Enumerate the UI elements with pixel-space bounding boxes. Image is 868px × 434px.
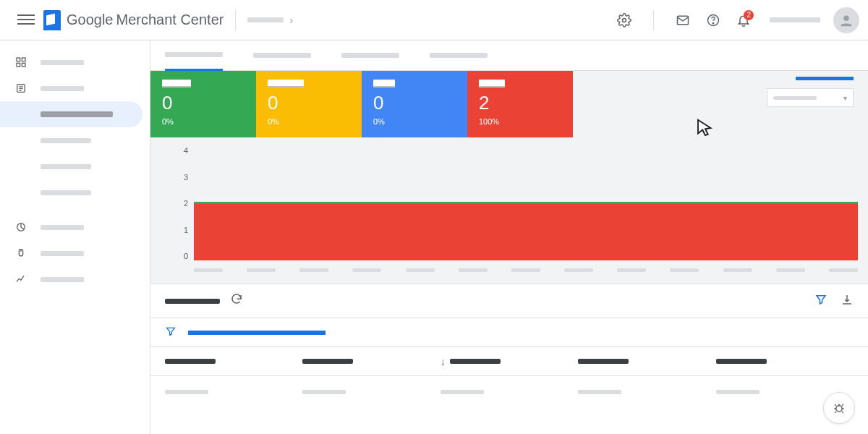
app-title[interactable]: Google Merchant Center [67, 12, 224, 28]
sidebar-item-diagnostics[interactable] [0, 101, 142, 127]
feedback-button[interactable] [823, 392, 855, 424]
card-percent: 0% [268, 117, 350, 126]
status-cards: 0 0% 0 0% 0 0% 2 100% [150, 71, 868, 137]
card-value: 0 [268, 92, 350, 114]
x-tick [299, 268, 328, 272]
card-percent: 0% [373, 117, 456, 126]
tab-4[interactable] [430, 41, 488, 71]
toolbar-title [165, 299, 220, 304]
download-icon [841, 293, 854, 306]
table-header: ↓ [150, 347, 868, 376]
filter-chip [188, 331, 326, 335]
funnel-icon [814, 293, 827, 306]
x-tick [776, 268, 805, 272]
column-header-3[interactable]: ↓ [441, 356, 578, 367]
cell [302, 390, 346, 394]
y-tick: 1 [174, 226, 188, 234]
menu-icon[interactable] [17, 12, 35, 29]
x-tick [829, 268, 858, 272]
sidebar-label [41, 111, 113, 117]
date-range-dropdown[interactable]: ▾ [767, 88, 854, 107]
sidebar-item-sub-2[interactable] [0, 127, 150, 153]
svg-rect-8 [22, 63, 25, 67]
list-icon [14, 82, 27, 95]
mail-button[interactable] [670, 7, 696, 33]
tab-label [341, 53, 399, 58]
card-value: 2 [479, 92, 561, 114]
status-card-disapproved[interactable]: 2 100% [467, 71, 573, 137]
cell [716, 390, 760, 394]
filter-bar[interactable] [150, 318, 868, 347]
sidebar-item-analytics[interactable] [0, 266, 150, 292]
refresh-icon [230, 293, 243, 306]
card-label [162, 80, 191, 88]
table-row[interactable] [150, 376, 868, 408]
avatar[interactable] [833, 7, 859, 33]
x-tick [723, 268, 752, 272]
status-card-expiring[interactable]: 0 0% [362, 71, 467, 137]
trend-icon [14, 273, 27, 286]
cell [578, 390, 621, 394]
tab-1[interactable] [165, 41, 223, 71]
help-button[interactable] [700, 7, 726, 33]
status-card-active[interactable]: 0 0% [150, 71, 256, 137]
sidebar-label [41, 251, 84, 256]
breadcrumb-item [247, 17, 284, 22]
account-name[interactable] [770, 17, 820, 22]
app-header: Google Merchant Center › 2 [0, 0, 868, 41]
x-tick [617, 268, 646, 272]
sidebar-label [41, 190, 91, 195]
sidebar-item-performance[interactable] [0, 214, 150, 240]
cell [441, 390, 484, 394]
header-actions: 2 [611, 7, 859, 33]
card-percent: 100% [479, 117, 561, 126]
settings-button[interactable] [611, 7, 637, 33]
x-tick [247, 268, 276, 272]
chart-tab-indicator [796, 77, 854, 80]
tab-2[interactable] [253, 41, 311, 71]
dropdown-value [773, 96, 817, 100]
product-text: Merchant Center [116, 12, 224, 28]
column-label [165, 359, 216, 364]
mail-icon [676, 13, 690, 27]
x-tick [511, 268, 540, 272]
x-tick [406, 268, 435, 272]
x-tick [564, 268, 593, 272]
tabs [150, 41, 868, 71]
status-card-pending[interactable]: 0 0% [256, 71, 362, 137]
column-label [716, 359, 767, 364]
tab-label [430, 53, 488, 58]
bug-icon [832, 401, 846, 415]
download-button[interactable] [841, 293, 854, 309]
column-header-4[interactable] [578, 359, 715, 364]
sidebar-item-sub-4[interactable] [0, 179, 150, 205]
sidebar-label [41, 86, 84, 91]
column-header-5[interactable] [716, 359, 854, 364]
help-icon [706, 13, 720, 27]
chart-series-red [194, 203, 858, 260]
chevron-right-icon: › [289, 14, 293, 26]
filter-button[interactable] [814, 293, 827, 309]
sidebar-item-products[interactable] [0, 75, 150, 101]
breadcrumb[interactable]: › [247, 14, 299, 26]
column-header-2[interactable] [302, 359, 440, 364]
sidebar-item-overview[interactable] [0, 49, 150, 75]
card-label [268, 80, 304, 88]
y-tick: 0 [174, 252, 188, 260]
plot-area [194, 146, 858, 260]
brand-text: Google [67, 12, 114, 28]
person-icon [838, 12, 854, 28]
chevron-down-icon: ▾ [843, 94, 847, 102]
sidebar-item-growth[interactable] [0, 240, 150, 266]
card-value: 0 [373, 92, 456, 114]
refresh-button[interactable] [230, 293, 243, 309]
sidebar-item-sub-3[interactable] [0, 153, 150, 179]
sort-desc-icon: ↓ [441, 356, 446, 367]
svg-point-4 [843, 15, 848, 20]
tab-3[interactable] [341, 41, 399, 71]
svg-rect-7 [17, 63, 20, 67]
mouse-icon [14, 247, 27, 260]
sidebar-label [41, 164, 91, 169]
column-header-1[interactable] [165, 359, 302, 364]
notifications-button[interactable]: 2 [731, 7, 757, 33]
